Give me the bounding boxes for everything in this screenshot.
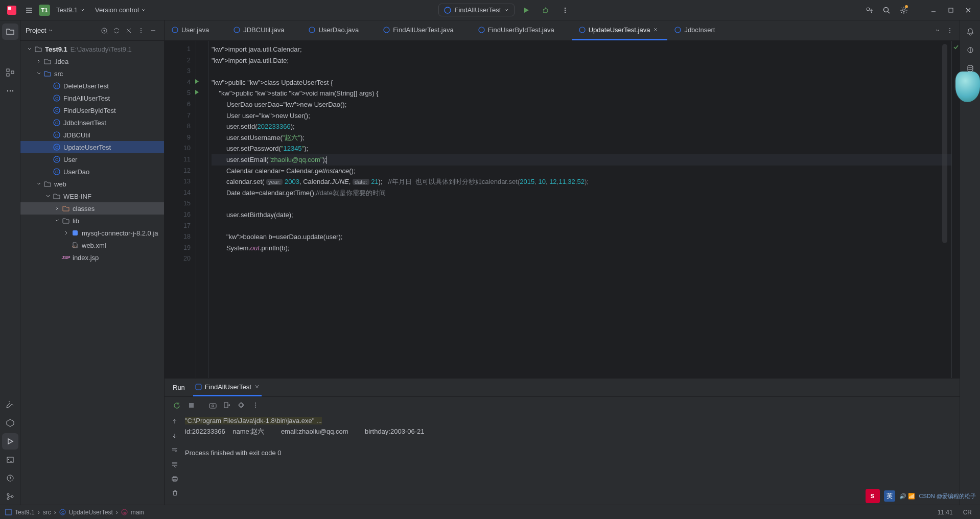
select-opened-icon[interactable] (99, 25, 110, 36)
tree-item[interactable]: .idea (20, 55, 164, 67)
svg-rect-58 (209, 404, 216, 408)
more-tool-button[interactable] (2, 83, 18, 99)
expand-all-icon[interactable] (111, 25, 122, 36)
minimize-icon[interactable] (926, 3, 941, 18)
ime-icon[interactable]: S (866, 489, 880, 503)
exit-icon[interactable] (221, 399, 233, 411)
terminal-tool-button[interactable] (2, 452, 18, 468)
debug-button[interactable] (538, 3, 553, 18)
scroll-end-icon[interactable] (169, 458, 181, 470)
breadcrumb[interactable]: Test9.1 › src › C UpdateUserTest › m mai… (5, 509, 144, 516)
tree-item[interactable]: src (20, 67, 164, 80)
more-run-icon[interactable] (557, 3, 573, 18)
editor-tab[interactable]: JdbcInsert (667, 20, 732, 40)
close-icon[interactable] (653, 27, 660, 32)
editor-scrollbar[interactable] (942, 44, 947, 243)
notifications-icon[interactable] (962, 23, 978, 40)
svg-text:C: C (55, 145, 58, 150)
ai-assistant-icon[interactable] (962, 42, 978, 58)
softwrap-icon[interactable] (169, 444, 181, 456)
tree-file-item[interactable]: CUserDao (20, 166, 164, 178)
close-icon[interactable] (961, 3, 976, 18)
collapse-all-icon[interactable] (123, 25, 134, 36)
vcs-selector[interactable]: Version control (91, 4, 150, 16)
right-tool-rail (960, 20, 980, 505)
editor-minimap[interactable] (951, 41, 960, 378)
code-with-me-icon[interactable] (861, 3, 877, 18)
tree-file-item[interactable]: CUser (20, 153, 164, 166)
print-icon[interactable] (169, 473, 181, 485)
svg-rect-1 (8, 7, 11, 10)
app-logo-icon[interactable] (4, 3, 19, 18)
panel-options-icon[interactable] (135, 25, 147, 36)
run-button[interactable] (519, 3, 534, 18)
svg-point-69 (968, 65, 973, 67)
services-tool-button[interactable] (2, 415, 18, 431)
project-tool-button[interactable] (2, 23, 18, 40)
run-tool-button[interactable] (2, 433, 18, 450)
lang-indicator[interactable]: 英 (884, 490, 895, 502)
class-icon (674, 27, 681, 33)
tree-item[interactable]: lib (20, 215, 164, 227)
down-icon[interactable] (169, 430, 181, 442)
svg-point-26 (141, 30, 142, 31)
svg-point-5 (565, 9, 566, 10)
tree-file-item[interactable]: CFindUserByIdTest (20, 104, 164, 116)
tree-item[interactable]: classes (20, 202, 164, 215)
class-icon (444, 7, 451, 14)
svg-point-63 (255, 403, 256, 404)
structure-tool-button[interactable] (2, 64, 18, 81)
rerun-icon[interactable] (171, 399, 183, 411)
run-configuration[interactable]: FindAllUserTest (438, 4, 515, 16)
tree-root[interactable]: Test9.1E:\Javastudy\Test9.1 (20, 43, 164, 55)
settings-icon[interactable] (896, 3, 912, 18)
project-panel-title[interactable]: Project (26, 27, 53, 34)
tree-item[interactable]: web (20, 178, 164, 190)
editor-tab[interactable]: FindAllUserTest.java (376, 20, 471, 40)
build-tool-button[interactable] (2, 396, 18, 413)
trash-icon[interactable] (169, 487, 181, 499)
run-options-icon[interactable] (249, 399, 262, 411)
tree-item[interactable]: mysql-connector-j-8.2.0.ja (20, 227, 164, 239)
tabs-dropdown-icon[interactable] (932, 25, 943, 36)
svg-rect-67 (173, 477, 176, 478)
tree-item[interactable]: </>web.xml (20, 239, 164, 251)
tabs-options-icon[interactable] (944, 25, 955, 36)
svg-point-6 (565, 11, 566, 12)
run-config-tab[interactable]: FindAllUserTest (193, 379, 262, 396)
hide-panel-icon[interactable] (148, 25, 159, 36)
tree-file-item[interactable]: CFindAllUserTest (20, 92, 164, 104)
tree-item[interactable]: JSPindex.jsp (20, 251, 164, 264)
stop-icon[interactable] (185, 399, 197, 411)
layout-icon[interactable] (235, 399, 247, 411)
editor-tab[interactable]: JDBCUtil.java (226, 20, 301, 40)
hamburger-icon[interactable] (21, 3, 37, 18)
code-editor[interactable]: 1234567891011121314151617181920 "kw">imp… (165, 41, 960, 378)
tree-file-item[interactable]: CUpdateUserTest (20, 141, 164, 153)
project-selector[interactable]: Test9.1 (52, 4, 89, 16)
editor-tab[interactable]: FindUserByIdTest.java (471, 20, 572, 40)
project-tree[interactable]: Test9.1E:\Javastudy\Test9.1 .idea src CD… (20, 41, 164, 505)
maximize-icon[interactable] (943, 3, 959, 18)
tree-file-item[interactable]: CJDBCUtil (20, 129, 164, 141)
run-output[interactable]: "C:\Program Files\Java\jdk-1.8\bin\java.… (185, 413, 960, 505)
vcs-tool-button[interactable] (2, 488, 18, 505)
editor-tab[interactable]: User.java (165, 20, 226, 40)
editor-tab[interactable]: UpdateUserTest.java (572, 20, 668, 40)
status-encoding[interactable]: CR (960, 508, 975, 517)
search-icon[interactable] (879, 3, 894, 18)
up-icon[interactable] (169, 415, 181, 428)
tree-file-item[interactable]: CJdbcInsertTest (20, 116, 164, 129)
svg-point-59 (212, 405, 214, 407)
svg-point-49 (384, 27, 389, 33)
database-icon[interactable] (962, 60, 978, 77)
camera-icon[interactable] (206, 399, 219, 411)
code-content[interactable]: "kw">import java.util.Calendar;"kw">impo… (208, 41, 951, 378)
tree-item[interactable]: WEB-INF (20, 190, 164, 202)
editor-tab[interactable]: UserDao.java (301, 20, 376, 40)
tree-file-item[interactable]: CDeleteUserTest (20, 80, 164, 92)
problems-tool-button[interactable] (2, 470, 18, 486)
close-icon[interactable] (254, 384, 260, 389)
svg-point-25 (141, 28, 142, 29)
method-icon: m (121, 509, 128, 515)
